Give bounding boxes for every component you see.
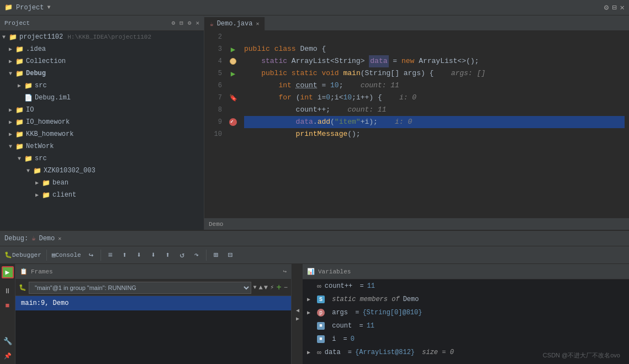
btn-to-console[interactable]: ↪ <box>84 249 98 262</box>
dropdown-icon[interactable]: ▼ <box>47 4 50 10</box>
var-count-decl: count <box>296 80 318 92</box>
infinity-icon-count: ∞ <box>317 282 321 291</box>
type-string-arr: String <box>365 67 391 80</box>
btn-more[interactable]: ↷ <box>190 249 203 262</box>
sidebar-item-network-src[interactable]: ▼ 📁 src <box>0 152 204 165</box>
btn-grid2[interactable]: ⊟ <box>224 249 237 262</box>
debug-toolbar: 🐛 Debugger ▤ Console ↪ ≡ ⬆ ⬇ ⬇ ⬆ ↺ ↷ ⊞ ⊟ <box>0 246 629 264</box>
btn-grid[interactable]: ⊞ <box>209 249 223 262</box>
sidebar-item-xzk[interactable]: ▼ 📁 XZK010302_003 <box>0 165 204 177</box>
tab-demo-java[interactable]: ☕ Demo.java ✕ <box>204 17 265 30</box>
btn-up[interactable]: ⬆ <box>118 249 131 262</box>
btn-console[interactable]: ▤ Console <box>50 249 83 262</box>
expand-arrow-debug: ▼ <box>9 71 12 77</box>
settings-side-btn[interactable]: 🔧 <box>2 335 14 347</box>
var-item-args[interactable]: ▶ p args = {String[0]@810} <box>303 306 629 319</box>
console-label: Console <box>55 252 81 259</box>
code-area[interactable]: public class Demo { static ArrayList<Str… <box>240 31 629 218</box>
sidebar-item-idea[interactable]: ▶ 📁 .idea <box>0 43 204 55</box>
frame-minus-icon[interactable]: − <box>284 284 288 292</box>
minimize-icon[interactable]: ⊟ <box>612 3 616 12</box>
sep2 <box>101 250 101 261</box>
sidebar-item-io-homework[interactable]: ▶ 📁 IO_homework <box>0 116 204 128</box>
frame-item-main[interactable]: main:9, Demo <box>15 296 291 310</box>
sidebar-item-client[interactable]: ▶ 📁 client <box>0 189 204 201</box>
settings2-icon[interactable]: ⚙ <box>188 19 192 27</box>
var-item-count-pp[interactable]: ∞ count++ = 11 <box>303 279 629 293</box>
frame-down-icon[interactable]: ▼ <box>264 284 268 292</box>
sidebar-item-debug-iml[interactable]: ▶ 📄 Debug.iml <box>0 92 204 104</box>
close-icon[interactable]: ✕ <box>620 3 625 12</box>
run-arrow-3[interactable]: ▶ <box>231 45 235 54</box>
expand-arrow-xzk: ▼ <box>27 168 30 174</box>
idea-folder-icon: 📁 <box>15 45 24 54</box>
stop-button[interactable]: ■ <box>2 299 14 312</box>
comment-count-11: count: 11 <box>347 104 386 116</box>
sidebar-item-debug[interactable]: ▼ 📁 Debug <box>0 67 204 80</box>
collapse-left-icon[interactable]: ◀ <box>294 307 300 313</box>
filter-icon[interactable]: ⚡ <box>270 283 274 292</box>
thread-dropdown-icon[interactable]: ▼ <box>253 284 257 291</box>
collapse-right-icon[interactable]: ▶ <box>294 315 300 321</box>
keyword-static: static <box>244 55 287 67</box>
variables-panel-header: 📊 Variables <box>303 264 629 279</box>
sidebar-item-project[interactable]: ▼ 📁 project1102 H:\KKB_IDEA\project1102 <box>0 31 204 43</box>
btn-up2[interactable]: ⬆ <box>161 249 175 262</box>
expand-arrow-idea: ▶ <box>9 46 12 52</box>
debug-iml-label: Debug.iml <box>35 94 71 102</box>
sidebar-header-icons: ⚙ ⊟ ⚙ ✕ <box>172 19 200 27</box>
btn-down[interactable]: ⬇ <box>133 249 146 262</box>
param-args: args <box>404 67 421 80</box>
debug-tab-close[interactable]: ✕ <box>58 235 61 242</box>
var-expand-data[interactable]: ▶ <box>307 349 314 356</box>
xzk-label: XZK010302_003 <box>44 167 96 175</box>
panel-divider-buttons: ◀ ▶ <box>292 264 303 364</box>
var-item-count[interactable]: ■ count = 11 <box>303 319 629 333</box>
var-item-static[interactable]: ▶ S static members of Demo <box>303 293 629 306</box>
sidebar-item-kkb-homework[interactable]: ▶ 📁 KKB_homework <box>0 128 204 140</box>
collapse-icon[interactable]: ⊟ <box>179 19 183 27</box>
btn-down2[interactable]: ⬇ <box>147 249 160 262</box>
frames-label: Frames <box>31 268 53 275</box>
code-line-9: data.add("item"+i); i: 0 <box>244 116 625 128</box>
var-eq-count-pp: = <box>356 282 363 290</box>
frames-pin-icon[interactable]: ↪ <box>283 268 287 275</box>
var-eq-i: = <box>339 335 347 343</box>
gutter-3[interactable]: ▶ <box>226 43 240 55</box>
dot-add: . <box>313 116 318 128</box>
sidebar-item-bean[interactable]: ▶ 📁 bean <box>0 177 204 189</box>
var-name-data: data <box>325 349 341 356</box>
sep1 <box>46 250 47 261</box>
frame-label-main: main:9, Demo <box>21 299 68 307</box>
line-num-4: 4 <box>204 55 222 67</box>
frame-add-icon[interactable]: + <box>276 283 282 293</box>
str-item: "item" <box>335 116 361 128</box>
sidebar-header: Project ⚙ ⊟ ⚙ ✕ <box>0 15 204 31</box>
gutter-5[interactable]: ▶ <box>226 67 240 80</box>
breakpoint-9[interactable]: ✓ <box>229 118 237 126</box>
btn-refresh[interactable]: ↺ <box>176 249 189 262</box>
var-name-count: count <box>328 322 352 330</box>
settings-icon[interactable]: ⚙ <box>604 3 609 12</box>
resume-button[interactable]: ▶ <box>2 266 14 278</box>
sidebar-item-src[interactable]: ▶ 📁 src <box>0 80 204 92</box>
pause-button[interactable]: ⏸ <box>2 285 14 297</box>
var-item-i[interactable]: ■ i = 0 <box>303 333 629 346</box>
prim-icon-count: ■ <box>317 322 325 330</box>
pin-button[interactable]: 📌 <box>2 350 14 362</box>
gear-icon[interactable]: ⚙ <box>172 19 176 27</box>
sidebar-item-io[interactable]: ▶ 📁 IO <box>0 104 204 116</box>
gutter-9[interactable]: ✓ <box>226 116 240 128</box>
thread-select[interactable]: "main"@1 in group "main": RUNNING <box>29 282 251 294</box>
var-expand-static[interactable]: ▶ <box>307 296 314 303</box>
collection-folder-icon: 📁 <box>15 57 24 66</box>
sidebar-item-collection[interactable]: ▶ 📁 Collection <box>0 55 204 67</box>
sidebar-item-network[interactable]: ▼ 📁 NetWork <box>0 140 204 152</box>
frame-up-icon[interactable]: ▲ <box>259 284 263 292</box>
close2-icon[interactable]: ✕ <box>195 19 199 27</box>
tab-close-icon[interactable]: ✕ <box>256 20 259 27</box>
run-arrow-5[interactable]: ▶ <box>231 69 235 78</box>
btn-debugger-tab[interactable]: 🐛 Debugger <box>2 249 44 262</box>
btn-step-over[interactable]: ≡ <box>104 249 117 262</box>
var-expand-args[interactable]: ▶ <box>307 309 314 316</box>
